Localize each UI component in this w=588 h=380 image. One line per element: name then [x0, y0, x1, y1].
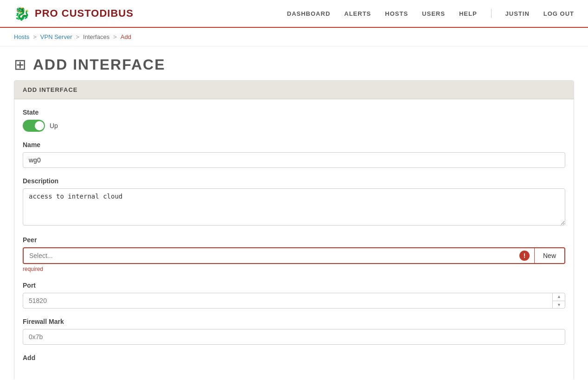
toggle-slider [23, 120, 45, 132]
form-card-header: ADD INTERFACE [14, 81, 574, 99]
peer-required-text: required [23, 266, 565, 272]
main-nav: DASHBOARD ALERTS HOSTS USERS HELP JUSTIN… [287, 9, 574, 18]
nav-hosts[interactable]: HOSTS [385, 10, 408, 17]
state-group: State Up [23, 109, 565, 132]
state-toggle[interactable] [23, 120, 45, 132]
breadcrumb-sep-2: > [76, 33, 79, 40]
description-label: Description [23, 177, 565, 185]
nav-logout[interactable]: LOG OUT [543, 10, 574, 17]
state-value: Up [50, 122, 58, 129]
port-group: Port ▲ ▼ [23, 282, 565, 309]
firewall-mark-input[interactable] [23, 329, 565, 345]
peer-highlight-box: ! New [23, 247, 565, 264]
form-body: State Up Name Description access to inte… [14, 99, 574, 380]
peer-select[interactable] [24, 248, 534, 263]
breadcrumb-hosts[interactable]: Hosts [14, 33, 29, 40]
description-input[interactable]: access to internal cloud [23, 188, 565, 225]
addresses-group: Add [23, 354, 565, 361]
nav-divider [491, 9, 492, 18]
page-title: ADD INTERFACE [33, 56, 166, 73]
port-label: Port [23, 282, 565, 289]
port-input-wrapper: ▲ ▼ [23, 293, 565, 309]
logo-icon: 🐉 [14, 6, 30, 21]
page-icon: ⊞ [14, 56, 26, 73]
port-spinners: ▲ ▼ [552, 293, 565, 309]
form-card: ADD INTERFACE State Up Name Description … [14, 80, 574, 380]
main-header: 🐉 PRO CUSTODIBUS DASHBOARD ALERTS HOSTS … [0, 0, 588, 28]
peer-select-wrapper: ! [24, 248, 534, 263]
name-input[interactable] [23, 152, 565, 168]
logo-area: 🐉 PRO CUSTODIBUS [14, 6, 134, 21]
breadcrumb-vpn-server[interactable]: VPN Server [40, 33, 72, 40]
description-group: Description access to internal cloud [23, 177, 565, 227]
logo-text: PRO CUSTODIBUS [35, 7, 134, 19]
page-title-area: ⊞ ADD INTERFACE [0, 46, 588, 80]
name-group: Name [23, 141, 565, 168]
port-input[interactable] [23, 293, 565, 309]
nav-dashboard[interactable]: DASHBOARD [287, 10, 331, 17]
peer-label: Peer [23, 236, 565, 244]
nav-help[interactable]: HELP [459, 10, 477, 17]
name-label: Name [23, 141, 565, 148]
toggle-row: Up [23, 120, 565, 132]
nav-user: JUSTIN [505, 10, 530, 17]
peer-group: Peer ! New required [23, 236, 565, 272]
peer-new-button[interactable]: New [534, 248, 564, 263]
state-label: State [23, 109, 565, 116]
breadcrumb-sep-3: > [113, 33, 117, 40]
firewall-mark-label: Firewall Mark [23, 318, 565, 325]
port-spinner-down[interactable]: ▼ [553, 301, 565, 309]
nav-users[interactable]: USERS [422, 10, 445, 17]
breadcrumb: Hosts > VPN Server > Interfaces > Add [0, 28, 588, 46]
port-spinner-up[interactable]: ▲ [553, 293, 565, 301]
nav-alerts[interactable]: ALERTS [344, 10, 371, 17]
breadcrumb-interfaces: Interfaces [83, 33, 109, 40]
addresses-label: Add [23, 354, 565, 361]
breadcrumb-sep-1: > [33, 33, 37, 40]
breadcrumb-add: Add [121, 33, 131, 40]
firewall-mark-group: Firewall Mark [23, 318, 565, 345]
